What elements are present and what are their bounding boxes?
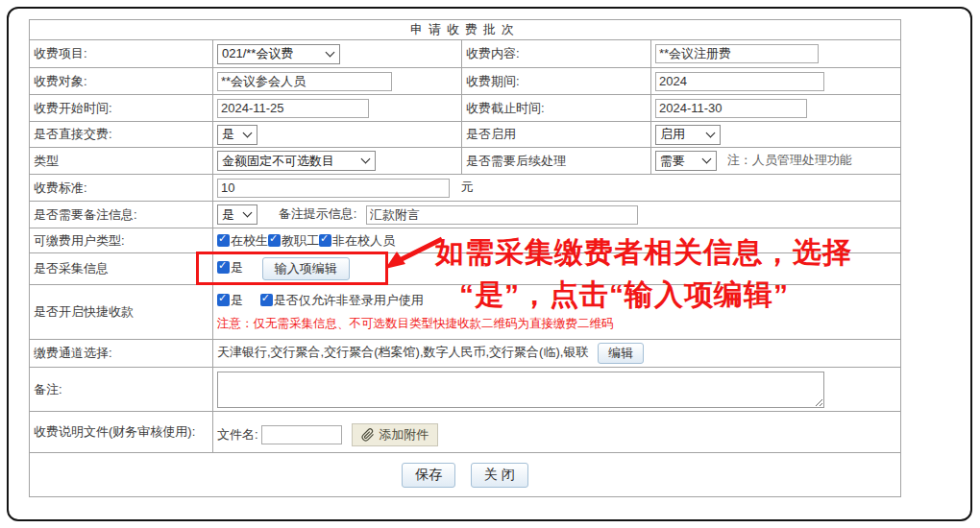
followup-note: 注：人员管理处理功能 bbox=[727, 153, 852, 167]
direct-pay-label: 是否直接交费: bbox=[30, 122, 213, 148]
student-checkbox-label: 在校生 bbox=[231, 233, 268, 248]
channel-label: 缴费通道选择: bbox=[30, 340, 213, 368]
non-login-only-checkbox-label: 是否仅允许非登录用户使用 bbox=[274, 293, 424, 307]
add-attachment-button[interactable]: 添加附件 bbox=[352, 423, 438, 446]
collect-info-label: 是否采集信息 bbox=[30, 253, 213, 285]
table-row: 备注: bbox=[30, 368, 901, 412]
fee-item-select[interactable]: 021/**会议费 bbox=[217, 44, 340, 64]
table-row: 是否直接交费: 是 是否启用 启用 bbox=[30, 122, 901, 148]
annotation-text-line1: 如需采集缴费者相关信息，选择 bbox=[435, 233, 852, 273]
chevron-down-icon bbox=[326, 47, 335, 57]
filename-input[interactable] bbox=[261, 425, 342, 444]
table-row: 收费标准: 元 bbox=[30, 175, 901, 202]
close-button[interactable]: 关 闭 bbox=[471, 463, 528, 488]
chevron-down-icon bbox=[706, 128, 716, 137]
page: 申请收费批次 收费项目: 021/**会议费 收费内容: 收费对象: 收费期间:… bbox=[0, 0, 980, 528]
staff-checkbox-label: 教职工 bbox=[282, 233, 319, 248]
title-row: 申请收费批次 bbox=[30, 20, 901, 40]
channel-value: 天津银行,交行聚合,交行聚合(档案馆),数字人民币,交行聚合(临),银联 bbox=[217, 345, 588, 359]
end-time-label: 收费截止时间: bbox=[462, 95, 651, 122]
end-time-input[interactable] bbox=[655, 99, 807, 118]
followup-selected-value: 需要 bbox=[660, 153, 685, 170]
chevron-down-icon bbox=[243, 208, 253, 218]
quick-pay-label: 是否开启快捷收款 bbox=[30, 285, 213, 340]
staff-checkbox[interactable] bbox=[268, 234, 281, 247]
fee-target-label: 收费对象: bbox=[30, 68, 213, 95]
direct-pay-selected-value: 是 bbox=[222, 126, 234, 143]
quick-pay-checkbox-label: 是 bbox=[231, 293, 243, 307]
type-label: 类型 bbox=[30, 148, 213, 175]
non-login-only-checkbox[interactable] bbox=[260, 294, 273, 306]
external-checkbox[interactable] bbox=[319, 234, 331, 247]
table-row: 收费说明文件(财务审核使用): 文件名: 添加附件 bbox=[30, 412, 901, 453]
start-time-input[interactable] bbox=[217, 99, 369, 118]
fee-item-selected-value: 021/**会议费 bbox=[222, 45, 293, 62]
need-remark-label: 是否需要备注信息: bbox=[30, 202, 213, 228]
edit-channel-button[interactable]: 编辑 bbox=[598, 343, 644, 364]
standard-unit: 元 bbox=[461, 180, 474, 194]
fee-content-input[interactable] bbox=[655, 44, 819, 63]
fee-content-label: 收费内容: bbox=[462, 40, 651, 68]
remark-hint-label: 备注提示信息: bbox=[279, 206, 357, 221]
buttons-row: 保存 关 闭 bbox=[30, 453, 901, 497]
need-remark-selected-value: 是 bbox=[222, 206, 234, 224]
fee-period-input[interactable] bbox=[655, 72, 824, 91]
table-row: 收费开始时间: 收费截止时间: bbox=[30, 95, 901, 122]
highlight-box bbox=[196, 252, 388, 285]
standard-label: 收费标准: bbox=[30, 175, 213, 202]
page-title: 申请收费批次 bbox=[30, 20, 901, 40]
remark-hint-input[interactable] bbox=[366, 205, 638, 225]
type-select[interactable]: 金额固定不可选数目 bbox=[217, 151, 376, 171]
save-button[interactable]: 保存 bbox=[402, 463, 455, 488]
enabled-select[interactable]: 启用 bbox=[655, 125, 721, 145]
filename-label: 文件名: bbox=[217, 426, 258, 444]
fee-period-label: 收费期间: bbox=[462, 68, 651, 95]
add-attachment-label: 添加附件 bbox=[379, 426, 429, 444]
file-label: 收费说明文件(财务审核使用): bbox=[30, 412, 213, 453]
table-row: 是否需要备注信息: 是 备注提示信息: bbox=[30, 202, 901, 228]
fee-target-input[interactable] bbox=[217, 72, 392, 91]
chevron-down-icon bbox=[361, 155, 371, 164]
enabled-label: 是否启用 bbox=[462, 122, 651, 148]
table-row: 缴费通道选择: 天津银行,交行聚合,交行聚合(档案馆),数字人民币,交行聚合(临… bbox=[30, 340, 901, 368]
need-remark-select[interactable]: 是 bbox=[217, 204, 257, 225]
student-checkbox[interactable] bbox=[217, 234, 230, 247]
standard-input[interactable] bbox=[217, 179, 450, 198]
direct-pay-select[interactable]: 是 bbox=[217, 125, 257, 145]
quick-pay-warning-note: 注意：仅无需采集信息、不可选数目类型快捷收款二维码为直接缴费二维码 bbox=[217, 316, 896, 332]
enabled-selected-value: 启用 bbox=[660, 126, 685, 143]
table-row: 收费对象: 收费期间: bbox=[30, 68, 901, 95]
followup-label: 是否需要后续处理 bbox=[462, 148, 651, 175]
table-row: 收费项目: 021/**会议费 收费内容: bbox=[30, 40, 901, 68]
remark-textarea[interactable] bbox=[217, 372, 824, 408]
remark-label: 备注: bbox=[30, 368, 213, 412]
followup-select[interactable]: 需要 bbox=[655, 151, 717, 171]
user-types-label: 可缴费用户类型: bbox=[30, 228, 213, 253]
fee-item-label: 收费项目: bbox=[30, 40, 213, 68]
quick-pay-checkbox[interactable] bbox=[217, 294, 230, 306]
start-time-label: 收费开始时间: bbox=[30, 95, 213, 122]
table-row: 类型 金额固定不可选数目 是否需要后续处理 需要 注：人员管理处理功能 bbox=[30, 148, 901, 175]
annotation-text-line2: “是”，点击“输入项编辑” bbox=[459, 276, 789, 315]
chevron-down-icon bbox=[243, 128, 253, 137]
paperclip-icon bbox=[361, 428, 375, 442]
chevron-down-icon bbox=[702, 155, 712, 164]
type-selected-value: 金额固定不可选数目 bbox=[222, 153, 334, 170]
